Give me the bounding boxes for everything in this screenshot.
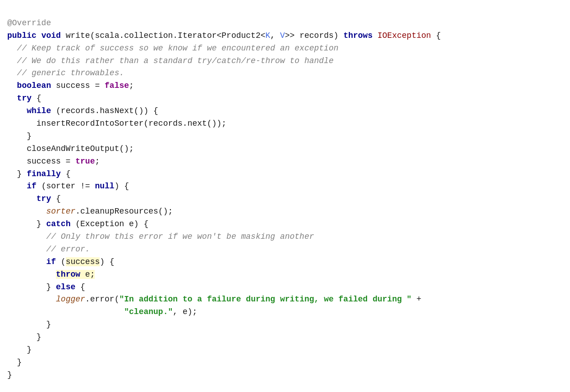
comment-line-2: // We do this rather than a standard try… (17, 56, 334, 65)
comment-line-5: // error. (46, 245, 90, 254)
code-viewer: @Override public void write(scala.collec… (7, 5, 563, 382)
throws-keyword: throws (343, 31, 372, 40)
null-keyword: null (95, 182, 114, 191)
boolean-keyword: boolean (17, 81, 51, 90)
if-keyword-1: if (27, 182, 37, 191)
sorter-obj: sorter (46, 207, 75, 216)
true-keyword: true (75, 157, 95, 166)
method-name: write(scala.collection.Iterator<Product2… (66, 31, 266, 40)
try-keyword-2: try (37, 194, 51, 203)
false-keyword: false (105, 81, 129, 90)
finally-keyword: finally (27, 169, 61, 178)
string-literal-1: "In addition to a failure during writing… (119, 295, 411, 304)
try-keyword: try (17, 94, 32, 103)
exception-type: IOException (377, 31, 431, 40)
throw-keyword: throw (56, 270, 80, 279)
void-keyword: void (41, 31, 61, 40)
string-literal-2: "cleanup." (124, 307, 173, 316)
type-param-v: V (280, 31, 285, 40)
comment-line-3: // generic throwables. (17, 68, 124, 77)
type-param-k: K (266, 31, 271, 40)
logger-obj: logger (56, 295, 85, 304)
catch-keyword: catch (46, 219, 70, 228)
comment-line-1: // Keep track of success so we know if w… (17, 44, 339, 53)
else-keyword: else (56, 283, 75, 292)
if-keyword-2: if (46, 257, 56, 266)
public-keyword: public (7, 31, 37, 40)
while-keyword: while (27, 106, 51, 115)
comment-line-4: // Only throw this error if we won't be … (46, 232, 314, 241)
annotation: @Override (7, 18, 51, 27)
